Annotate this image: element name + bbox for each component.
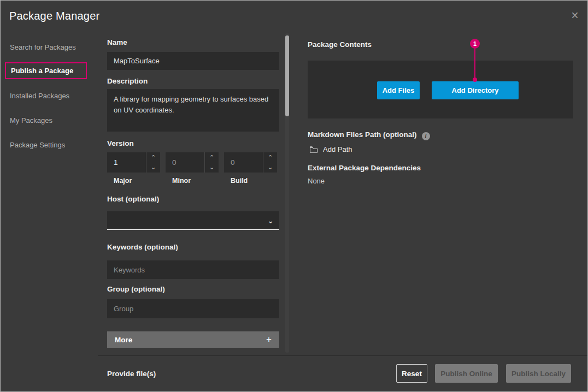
version-major-stepper: ⌃ ⌄: [107, 152, 160, 173]
reset-button[interactable]: Reset: [396, 364, 427, 383]
annotation-line: [474, 49, 475, 79]
annotation-marker-1: 1: [470, 39, 480, 49]
group-label: Group (optional): [107, 285, 165, 293]
chevron-down-icon: ⌄: [267, 216, 274, 225]
sidebar-item-publish-a-package[interactable]: Publish a Package: [5, 62, 87, 79]
version-build-input[interactable]: [224, 152, 263, 173]
add-path-label: Add Path: [323, 145, 352, 153]
keywords-label: Keywords (optional): [107, 243, 178, 251]
folder-icon: [309, 146, 318, 153]
footer-status-text: Provide file(s): [107, 370, 156, 378]
info-icon[interactable]: i: [422, 132, 430, 140]
stepper-up-icon[interactable]: ⌃: [263, 152, 277, 163]
host-select[interactable]: ⌄: [107, 211, 279, 230]
version-build-caption: Build: [231, 177, 248, 185]
stepper-arrows: ⌃ ⌄: [263, 152, 277, 173]
scrollbar-thumb[interactable]: [285, 35, 289, 116]
sidebar-item-package-settings[interactable]: Package Settings: [10, 141, 65, 149]
close-icon[interactable]: ×: [568, 8, 582, 22]
external-dependencies-label: External Package Dependencies: [308, 164, 421, 172]
version-minor-stepper: ⌃ ⌄: [166, 152, 219, 173]
more-label: More: [115, 336, 132, 344]
description-textarea[interactable]: A library for mapping geometry to surfac…: [107, 89, 279, 132]
version-build-stepper: ⌃ ⌄: [224, 152, 277, 173]
package-manager-window: Package Manager × Search for Packages Pu…: [0, 0, 588, 392]
sidebar-item-installed-packages[interactable]: Installed Packages: [10, 92, 69, 100]
markdown-path-label: Markdown Files Path (optional)i: [308, 130, 430, 140]
group-input[interactable]: [107, 299, 279, 318]
stepper-arrows: ⌃ ⌄: [146, 152, 160, 173]
stepper-down-icon[interactable]: ⌄: [146, 163, 160, 173]
stepper-up-icon[interactable]: ⌃: [205, 152, 219, 163]
footer-divider: [98, 355, 588, 356]
description-label: Description: [107, 77, 148, 85]
version-label: Version: [107, 139, 134, 147]
sidebar-item-label: Publish a Package: [11, 67, 73, 75]
stepper-down-icon[interactable]: ⌄: [205, 163, 219, 173]
name-label: Name: [107, 38, 127, 46]
version-major-caption: Major: [114, 177, 132, 185]
external-dependencies-value: None: [308, 177, 325, 185]
publish-locally-button[interactable]: Publish Locally: [506, 364, 571, 383]
add-directory-button[interactable]: Add Directory: [432, 81, 519, 99]
stepper-arrows: ⌃ ⌄: [204, 152, 219, 173]
package-contents-label: Package Contents: [308, 40, 372, 49]
sidebar-item-my-packages[interactable]: My Packages: [10, 116, 52, 124]
stepper-up-icon[interactable]: ⌃: [146, 152, 160, 163]
keywords-input[interactable]: [107, 260, 279, 279]
publish-online-button[interactable]: Publish Online: [435, 364, 498, 383]
version-minor-input[interactable]: [166, 152, 204, 173]
sidebar-item-search-for-packages[interactable]: Search for Packages: [10, 43, 76, 51]
name-input[interactable]: [107, 52, 279, 70]
window-title: Package Manager: [9, 10, 99, 22]
plus-icon: +: [266, 334, 272, 345]
stepper-down-icon[interactable]: ⌄: [263, 163, 277, 173]
version-major-input[interactable]: [107, 152, 146, 173]
add-path-button[interactable]: Add Path: [309, 145, 352, 153]
add-files-button[interactable]: Add Files: [377, 81, 420, 99]
version-minor-caption: Minor: [172, 177, 191, 185]
annotation-dot: [473, 78, 477, 82]
host-label: Host (optional): [107, 195, 159, 203]
more-button[interactable]: More +: [107, 331, 279, 348]
markdown-path-text: Markdown Files Path (optional): [308, 130, 417, 139]
